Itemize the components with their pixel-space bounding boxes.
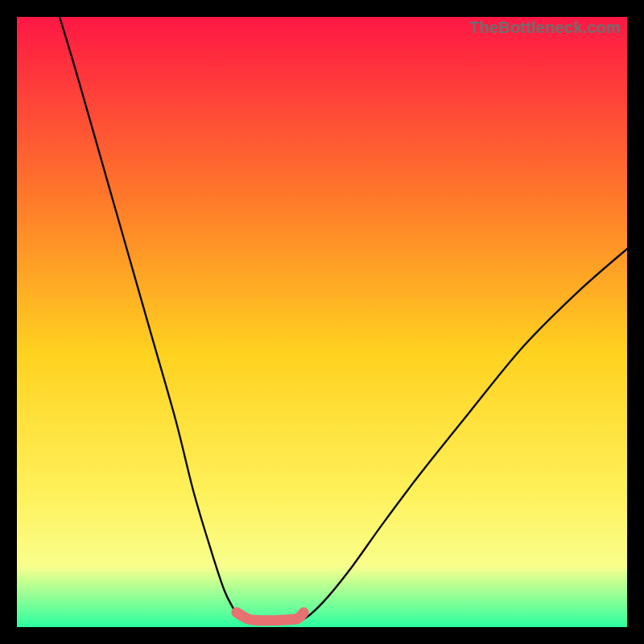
plot-area: TheBottleneck.com: [17, 17, 627, 627]
right-curve-path: [298, 249, 627, 622]
curve-layer: [17, 17, 627, 627]
left-curve-path: [60, 17, 246, 622]
outer-black-frame: TheBottleneck.com: [0, 0, 644, 644]
flat-bottom-nub-path: [237, 613, 303, 621]
